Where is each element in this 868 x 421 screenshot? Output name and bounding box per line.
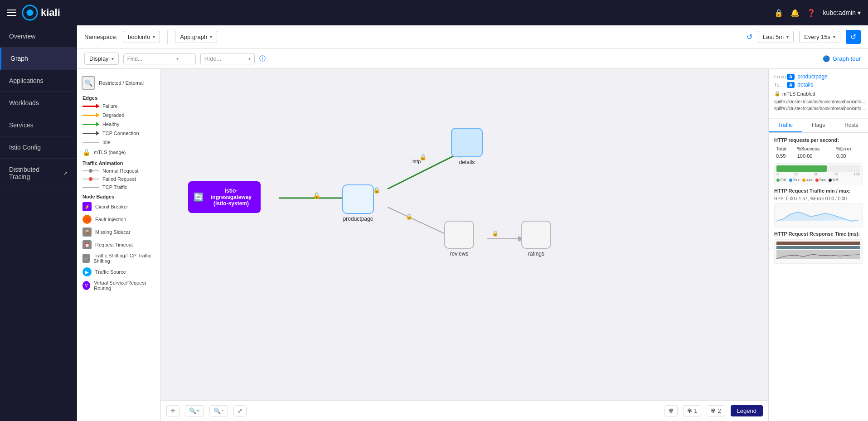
sidebar-item-applications[interactable]: Applications (0, 70, 77, 92)
from-row: From: A productpage (774, 73, 863, 80)
legend-cb-label: Circuit Breaker (95, 204, 128, 209)
expand-button[interactable]: ⤢ (233, 405, 247, 416)
svg-line-4 (388, 207, 451, 237)
hamburger-menu[interactable] (7, 10, 16, 16)
productpage-node[interactable]: productpage (342, 184, 374, 222)
chart-legend: OK 3xx 4xx (776, 178, 860, 182)
refresh-button[interactable]: ↺ (846, 30, 861, 44)
legend-nr: NR (829, 178, 839, 182)
legend-vs-label: Virtual Service/Request Routing (94, 280, 155, 291)
user-menu[interactable]: kube:admin ▾ (823, 9, 861, 16)
legend-src-label: Traffic Source (95, 269, 126, 275)
response-time-chart (774, 239, 863, 264)
ratings-node[interactable]: ratings (521, 221, 551, 257)
legend-restricted-label: Restricted / External (99, 80, 144, 86)
zoom-in-button[interactable]: 🔍+ (185, 405, 204, 416)
details-node[interactable]: details (451, 128, 483, 165)
node-icon-1: ✾ (687, 407, 692, 414)
refresh-interval-arrow: ▾ (833, 34, 835, 39)
namespace-label: Namespace: (84, 34, 117, 40)
legend-badge-ms: 📦 Missing Sidecar (77, 226, 160, 238)
graph-type-dropdown[interactable]: App graph ▾ (175, 31, 217, 43)
mtls-badge-3: 🔒 (419, 153, 427, 161)
time-range-dropdown[interactable]: Last 5m ▾ (758, 31, 794, 43)
tab-traffic[interactable]: Traffic (769, 119, 802, 132)
mtls-badge-4: 🔒 (406, 212, 412, 220)
display-dropdown[interactable]: Display ▾ (84, 53, 119, 65)
mtls-badge-2: 🔒 (373, 186, 380, 194)
graph-canvas[interactable]: 🔄 istio-ingressgateway (istio-system) 🔒 … (161, 69, 768, 421)
mtls-row: 🔒 mTLS Enabled (774, 91, 863, 97)
sidebar-item-distributed-tracing[interactable]: Distributed Tracing ↗ (0, 159, 77, 188)
legend-4xx: 4xx (802, 178, 813, 182)
fit-button[interactable]: ✛ (166, 405, 179, 416)
hide-dropdown[interactable]: Hide... ▾ (200, 53, 255, 64)
mtls-badge-5: 🔒 (492, 229, 499, 237)
rps-line-chart (774, 203, 863, 227)
to-row: To: A details (774, 82, 863, 88)
productpage-label: productpage (342, 216, 374, 222)
rps-minmax-title: HTTP Request Traffic min / max: (774, 188, 863, 194)
reviews-node[interactable]: reviews (444, 221, 474, 257)
col-error: %Error (834, 145, 863, 152)
legend-badges-title: Node Badges (77, 191, 160, 200)
sidebar-item-overview[interactable]: Overview (0, 25, 77, 48)
node-count-1-button[interactable]: ✾ 1 (683, 405, 701, 416)
legend-ts-label: Traffic Shifting/TCP Traffic Shifting (93, 253, 155, 264)
find-input[interactable] (127, 56, 173, 62)
display-dropdown-arrow: ▾ (112, 56, 114, 61)
mtls-lock-icon: 🔒 (774, 91, 781, 97)
info-icon[interactable]: ⓘ (259, 55, 266, 63)
legend-idle-label: Idle (102, 140, 111, 145)
bar-chart: 0 25 50 75 100 OK (774, 163, 863, 184)
from-link[interactable]: productpage (797, 73, 828, 80)
sidebar-item-istio-config[interactable]: Istio Config (0, 136, 77, 159)
time-refresh-icon[interactable]: ↺ (747, 33, 752, 41)
legend-failure-label: Failure (102, 103, 118, 109)
node-icon-2: ✾ (711, 407, 716, 414)
namespace-dropdown[interactable]: bookinfo ▾ (123, 31, 160, 43)
graph-tour-icon: 🔵 (823, 55, 830, 62)
bell-icon[interactable]: 🔔 (790, 9, 800, 17)
legend-button[interactable]: Legend (731, 405, 763, 416)
zoom-out-button[interactable]: 🔍− (209, 405, 228, 416)
legend-restricted-item: 🔍 Restricted / External (77, 73, 160, 92)
sidebar-item-workloads[interactable]: Workloads (0, 92, 77, 114)
external-link-icon: ↗ (63, 170, 68, 176)
find-dropdown-arrow: ▾ (176, 56, 179, 61)
namespace-dropdown-arrow: ▾ (153, 34, 155, 39)
find-input-wrapper[interactable]: ▾ (123, 53, 196, 64)
tab-flags[interactable]: Flags (802, 119, 835, 132)
legend-ok: OK (776, 178, 786, 182)
help-icon[interactable]: ❓ (807, 9, 816, 17)
refresh-interval-dropdown[interactable]: Every 15s ▾ (799, 31, 840, 43)
traffic-shifting-badge-icon: ↔ (82, 254, 90, 263)
val-total: 0.59 (774, 152, 795, 160)
graph-tour-button[interactable]: 🔵 Graph tour (823, 55, 861, 62)
sidebar-item-services[interactable]: Services (0, 114, 77, 136)
app-name: kiali (41, 7, 60, 19)
sidebar-item-graph[interactable]: Graph (0, 48, 77, 70)
main-layout: Overview Graph Applications Workloads Se… (0, 25, 868, 421)
legend-healthy-label: Healthy (102, 121, 119, 127)
from-badge: A (787, 74, 795, 80)
rps-chart-svg (776, 205, 860, 223)
node-count-2-button[interactable]: ✾ 2 (707, 405, 725, 416)
top-toolbar: Namespace: bookinfo ▾ App graph ▾ ↺ Last… (77, 25, 868, 49)
svg-rect-6 (776, 242, 860, 245)
tab-hosts[interactable]: Hosts (835, 119, 868, 132)
lock-icon[interactable]: 🔒 (774, 9, 783, 17)
legend-rt-label: Request Timeout (95, 242, 133, 247)
legend-edge-healthy: Healthy (77, 120, 160, 129)
legend-fi-label: Fault Injection (95, 217, 126, 222)
svg-rect-7 (776, 246, 860, 249)
right-tabs: Traffic Flags Hosts (769, 119, 868, 133)
gateway-node[interactable]: 🔄 istio-ingressgateway (istio-system) (188, 181, 261, 213)
node-icon-button[interactable]: ✾ (664, 405, 678, 416)
legend-badge-ts: ↔ Traffic Shifting/TCP Traffic Shifting (77, 251, 160, 266)
to-link[interactable]: details (797, 82, 813, 88)
user-dropdown-arrow: ▾ (858, 9, 861, 16)
content-area: Namespace: bookinfo ▾ App graph ▾ ↺ Last… (77, 25, 868, 421)
legend-3xx: 3xx (789, 178, 800, 182)
ratings-label: ratings (521, 251, 551, 257)
